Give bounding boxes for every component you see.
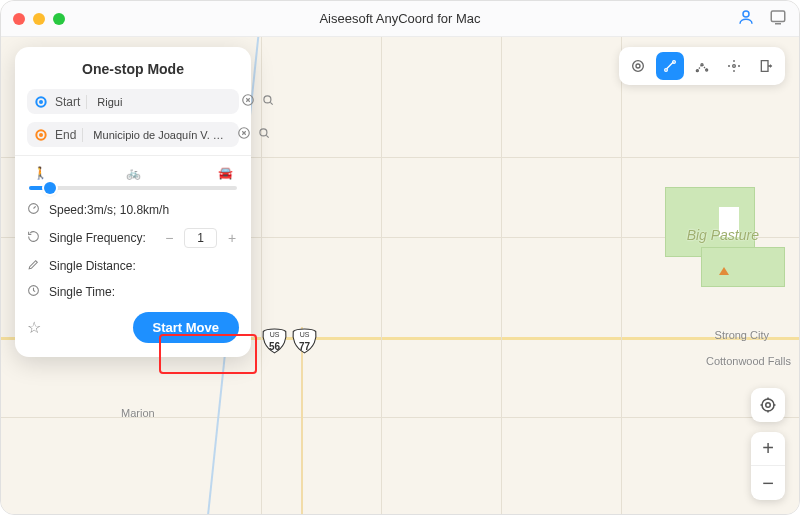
end-marker-icon (33, 127, 49, 143)
start-marker-icon (33, 94, 49, 110)
window-controls (13, 13, 65, 25)
distance-row: Single Distance: (27, 258, 239, 274)
svg-point-20 (766, 403, 771, 408)
account-icon[interactable] (737, 8, 755, 30)
speed-slider-thumb[interactable] (44, 182, 56, 194)
window-title: Aiseesoft AnyCoord for Mac (1, 11, 799, 26)
start-move-button[interactable]: Start Move (133, 312, 239, 343)
clear-end-button[interactable] (237, 126, 251, 143)
clock-icon (27, 284, 41, 300)
mode-multi-stop-button[interactable] (688, 52, 716, 80)
transport-mode-row: 🚶 🚲 🚘 (27, 166, 239, 184)
speed-text: Speed:3m/s; 10.8km/h (49, 203, 169, 217)
frequency-increase-button[interactable]: + (225, 230, 239, 246)
svg-point-2 (636, 64, 640, 68)
start-location-input[interactable] (93, 96, 235, 108)
frequency-decrease-button[interactable]: − (162, 230, 176, 246)
zoom-out-button[interactable]: − (751, 466, 785, 500)
bike-mode-icon[interactable]: 🚲 (126, 166, 141, 180)
frequency-value[interactable]: 1 (184, 228, 217, 248)
mode-joystick-button[interactable] (720, 52, 748, 80)
svg-point-13 (264, 96, 271, 103)
fullscreen-window-button[interactable] (53, 13, 65, 25)
app-window: Aiseesoft AnyCoord for Mac (0, 0, 800, 515)
svg-rect-1 (771, 11, 785, 22)
frequency-label: Single Frequency: (49, 231, 146, 245)
time-row: Single Time: (27, 284, 239, 300)
close-window-button[interactable] (13, 13, 25, 25)
pencil-icon (27, 258, 41, 274)
mode-toolbar (619, 47, 785, 85)
panel-title: One-stop Mode (27, 61, 239, 77)
map-label-big-pasture: Big Pasture (687, 227, 759, 243)
mode-modify-location-button[interactable] (624, 52, 652, 80)
highway-shield-56: US 56 (261, 327, 288, 354)
one-stop-panel: One-stop Mode Start End (15, 47, 251, 357)
frequency-row: Single Frequency: − 1 + (27, 228, 239, 248)
end-label: End (55, 128, 83, 142)
map-label-cottonwood: Cottonwood Falls (706, 355, 791, 367)
walk-mode-icon[interactable]: 🚶 (33, 166, 48, 180)
start-location-row: Start (27, 89, 239, 114)
recenter-button[interactable] (751, 388, 785, 422)
gauge-icon (27, 202, 41, 218)
export-gpx-button[interactable] (752, 52, 780, 80)
screencast-icon[interactable] (769, 8, 787, 30)
speed-slider[interactable] (29, 186, 237, 190)
search-end-button[interactable] (257, 126, 271, 143)
svg-point-15 (39, 133, 43, 137)
favorite-button[interactable]: ☆ (27, 318, 41, 337)
titlebar: Aiseesoft AnyCoord for Mac (1, 1, 799, 37)
svg-point-11 (39, 100, 43, 104)
speed-row: Speed:3m/s; 10.8km/h (27, 202, 239, 218)
svg-point-17 (260, 129, 267, 136)
car-mode-icon[interactable]: 🚘 (218, 166, 233, 180)
end-location-row: End (27, 122, 239, 147)
svg-point-3 (633, 61, 644, 72)
clear-start-button[interactable] (241, 93, 255, 110)
map-label-strong-city: Strong City (715, 329, 769, 341)
map-label-marion: Marion (121, 407, 155, 419)
svg-point-4 (665, 69, 668, 72)
end-location-input[interactable] (89, 129, 231, 141)
svg-point-0 (743, 11, 749, 17)
distance-label: Single Distance: (49, 259, 136, 273)
time-label: Single Time: (49, 285, 115, 299)
map-controls: + − (751, 388, 785, 500)
minimize-window-button[interactable] (33, 13, 45, 25)
park-marker-icon (719, 267, 729, 275)
loop-icon (27, 230, 41, 246)
zoom-in-button[interactable]: + (751, 432, 785, 466)
svg-point-9 (733, 65, 736, 68)
svg-point-21 (762, 399, 774, 411)
mode-one-stop-button[interactable] (656, 52, 684, 80)
start-label: Start (55, 95, 87, 109)
search-start-button[interactable] (261, 93, 275, 110)
map-canvas[interactable]: Big Pasture Strong City Cottonwood Falls… (1, 37, 799, 514)
highway-shield-77: US 77 (291, 327, 318, 354)
